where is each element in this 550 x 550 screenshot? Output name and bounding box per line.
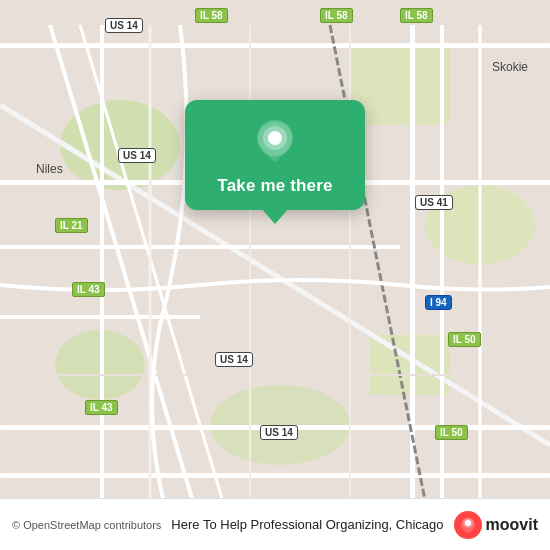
road-label-us14-top-left: US 14 xyxy=(105,18,143,33)
road-label-il58-top-center: IL 58 xyxy=(195,8,228,23)
road-label-i94-right: I 94 xyxy=(425,295,452,310)
take-me-there-button[interactable]: Take me there xyxy=(217,176,332,196)
map-background xyxy=(0,0,550,550)
svg-rect-13 xyxy=(0,245,400,249)
moovit-logo-text: moovit xyxy=(486,516,538,534)
bottom-bar: © OpenStreetMap contributors Here To Hel… xyxy=(0,498,550,550)
road-label-il43-lower: IL 43 xyxy=(85,400,118,415)
svg-rect-16 xyxy=(0,473,550,478)
road-label-us41-right: US 41 xyxy=(415,195,453,210)
moovit-logo: moovit xyxy=(454,511,538,539)
map-attribution: © OpenStreetMap contributors xyxy=(12,519,161,531)
svg-rect-11 xyxy=(0,43,550,48)
road-label-il58-top-right: IL 58 xyxy=(320,8,353,23)
popup-card: Take me there xyxy=(185,100,365,210)
road-label-il58-top-far: IL 58 xyxy=(400,8,433,23)
road-label-il50-right: IL 50 xyxy=(448,332,481,347)
city-label-skokie: Skokie xyxy=(492,60,528,74)
road-label-il43-lower-left: IL 43 xyxy=(72,282,105,297)
road-label-il21-left: IL 21 xyxy=(55,218,88,233)
road-label-us14-bottom: US 14 xyxy=(260,425,298,440)
svg-rect-19 xyxy=(440,25,444,525)
road-label-us14-lower-center: US 14 xyxy=(215,352,253,367)
svg-rect-17 xyxy=(100,25,104,525)
location-pin-icon xyxy=(251,118,299,166)
road-label-us14-mid-left: US 14 xyxy=(118,148,156,163)
city-label-niles: Niles xyxy=(36,162,63,176)
moovit-logo-icon xyxy=(454,511,482,539)
place-name: Here To Help Professional Organizing, Ch… xyxy=(161,517,453,532)
road-label-il50-bottom: IL 50 xyxy=(435,425,468,440)
svg-rect-3 xyxy=(350,45,450,125)
map-container: US 14 IL 58 IL 58 IL 58 US 14 US 41 IL 2… xyxy=(0,0,550,550)
